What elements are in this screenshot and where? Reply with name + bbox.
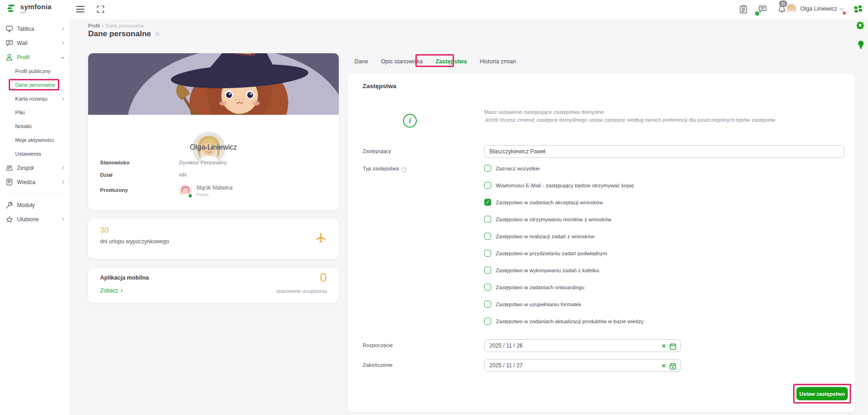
messages-icon[interactable]: ✓ [757, 4, 768, 15]
checkbox-label: Wiadomości E-Mail - zastępujący będzie o… [496, 183, 634, 188]
checkbox-checked[interactable]: ✓ [484, 199, 491, 206]
help-question-icon[interactable]: ? [401, 167, 407, 173]
checkbox-unchecked[interactable] [484, 318, 491, 325]
sidebar-label: Ulubione [17, 216, 57, 223]
clear-end-date-icon[interactable]: ✕ [661, 363, 666, 369]
knowledge-icon [6, 179, 13, 186]
user-name: Olga Liniewicz [800, 6, 837, 12]
substitution-type-checkbox-row[interactable]: Zastępstwo w wykonywaniu zadań z kafelka [484, 267, 644, 274]
tab-zastepstwa[interactable]: Zastępstwa [436, 57, 467, 66]
sidebar-item-ulubione[interactable]: Ulubione [0, 212, 69, 226]
sidebar-item-pliki[interactable]: Pliki [0, 106, 69, 119]
checkbox-label: Zastępstwo w realizacji zadań z wniosków [496, 234, 594, 239]
tasks-clipboard-icon[interactable] [738, 4, 749, 15]
checkbox-unchecked[interactable] [484, 165, 491, 172]
substitution-type-checkbox-row[interactable]: Wiadomości E-Mail - zastępujący będzie o… [484, 182, 644, 189]
sidebar-sub-label: Moje aktywności [15, 137, 54, 143]
substitution-type-checkbox-row[interactable]: ✓Zastępstwo w zadaniach akceptacji wnios… [484, 199, 644, 206]
wall-icon [6, 39, 13, 47]
substitution-type-label: Typ zastępstwa? [363, 166, 407, 173]
sidebar-item-zespol[interactable]: Zespół [0, 161, 69, 175]
checkbox-unchecked[interactable] [484, 267, 491, 274]
sidebar: Tablica Wall Profil Profil publiczny Dan… [0, 19, 70, 415]
sidebar-item-wall[interactable]: Wall [0, 36, 69, 50]
settings-gear-icon[interactable] [856, 21, 864, 29]
mobile-app-see-link[interactable]: Zobacz [100, 287, 122, 294]
apps-grid-icon[interactable] [852, 4, 863, 15]
sidebar-item-ustawienia[interactable]: Ustawienia [0, 147, 69, 161]
sidebar-label: Zespół [17, 165, 57, 171]
vacation-days-label: dni urlopu wypoczynkowego [100, 238, 169, 245]
checkbox-unchecked[interactable] [484, 284, 491, 291]
info-icon: i [403, 114, 417, 128]
checkbox-label: Zastępstwo w zadaniach aktualizacji prod… [496, 319, 644, 324]
idea-lightbulb-icon[interactable] [857, 40, 864, 49]
user-status-badge [842, 11, 846, 15]
tab-dane[interactable]: Dane [354, 57, 368, 66]
sidebar-item-profil[interactable]: Profil [0, 50, 69, 64]
department-label: Dział [100, 172, 179, 178]
mobile-app-card: Aplikacja mobilna Zobacz 0 sparowane urz… [88, 268, 339, 303]
breadcrumb-separator: > [101, 23, 104, 28]
top-bar: symfonia HR ✓ 35 [0, 0, 868, 19]
breadcrumb-root[interactable]: Profil [88, 23, 100, 28]
chevron-down-icon [61, 56, 64, 59]
tab-opis-stanowiska[interactable]: Opis stanowiska [381, 57, 423, 66]
sidebar-item-moduly[interactable]: Moduły [0, 198, 69, 212]
manager-role: Prezes [196, 192, 233, 197]
profile-name: Olga Liniewicz [88, 143, 339, 151]
sidebar-item-tablica[interactable]: Tablica [0, 22, 69, 36]
checkbox-unchecked[interactable] [484, 301, 491, 308]
profile-card: Olga Liniewicz Stanowisko Dyrektor Perso… [88, 53, 339, 210]
substitute-value: Błaszczykiewicz Paweł [489, 148, 545, 155]
substitution-type-checkbox-row[interactable]: Zastępstwo w zadaniach onboardingu [484, 284, 644, 291]
sidebar-item-dane-personalne[interactable]: Dane personalne [0, 78, 69, 92]
sidebar-item-karta-rozwoju[interactable]: Karta rozwoju [0, 92, 69, 106]
calendar-remove-icon[interactable] [670, 363, 676, 370]
substitution-type-checkbox-row[interactable]: Zastępstwo w otrzymywaniu monitów z wnio… [484, 216, 644, 223]
dashboard-icon [6, 25, 13, 33]
sidebar-sub-label: Pliki [15, 110, 25, 115]
sidebar-item-moje-aktywnosci[interactable]: Moje aktywności [0, 133, 69, 147]
menu-toggle-icon[interactable] [76, 6, 84, 12]
user-menu[interactable]: Olga Liniewicz [786, 3, 843, 14]
breadcrumb-current: Dane personalne [106, 23, 144, 28]
chevron-right-icon [61, 27, 64, 30]
substitution-type-checkbox-row[interactable]: Zastępstwo w przydzielaniu zadań podwład… [484, 250, 644, 257]
notifications-bell-icon[interactable]: 35 [776, 4, 787, 15]
clear-start-date-icon[interactable]: ✕ [661, 343, 666, 349]
favorite-star-icon[interactable]: ☆ [154, 30, 160, 38]
substitute-input[interactable]: Błaszczykiewicz Paweł [484, 145, 844, 158]
tab-historia-zmian[interactable]: Historia zmian [480, 57, 516, 66]
profile-banner-illustration [88, 53, 339, 115]
start-date-label: Rozpoczęcie [363, 342, 393, 348]
vacation-card: 30 dni urlopu wypoczynkowego [88, 219, 339, 259]
sidebar-item-wiedza[interactable]: Wiedza [0, 175, 69, 189]
breadcrumb: Profil > Dane personalne [88, 23, 144, 28]
substitution-type-checkbox-row[interactable]: Zastępstwo w uzupełnianiu formatek [484, 301, 644, 308]
fullscreen-icon[interactable] [95, 4, 106, 15]
calendar-icon[interactable] [670, 343, 676, 350]
substitution-type-checkbox-row[interactable]: Zaznacz wszystkie [484, 165, 644, 172]
position-value: Dyrektor Personalny [179, 160, 227, 165]
start-date-input[interactable]: 2025 / 11 / 26 ✕ [484, 339, 681, 352]
checkbox-unchecked[interactable] [484, 233, 491, 240]
mobile-app-title: Aplikacja mobilna [100, 275, 149, 281]
sidebar-item-notatki[interactable]: Notatki [0, 119, 69, 133]
info-line-1: Masz ustawione następujące zastępstwa do… [484, 108, 776, 116]
end-date-input[interactable]: 2025 / 11 / 27 ✕ [484, 359, 681, 372]
chevron-right-icon [61, 180, 64, 184]
set-substitution-button[interactable]: Ustaw zastępstwo [796, 387, 848, 400]
checkbox-unchecked[interactable] [484, 250, 491, 257]
substitution-type-checkbox-row[interactable]: Zastępstwo w zadaniach aktualizacji prod… [484, 318, 644, 325]
manager-name[interactable]: Mącik Malwina [196, 185, 233, 191]
page-title: Dane personalne ☆ [88, 29, 160, 39]
app-logo[interactable]: symfonia HR [6, 3, 51, 15]
manager-avatar [179, 185, 192, 197]
checkbox-label: Zastępstwo w otrzymywaniu monitów z wnio… [496, 217, 611, 222]
sidebar-item-profil-publiczny[interactable]: Profil publiczny [0, 64, 69, 78]
checkbox-unchecked[interactable] [484, 182, 491, 189]
modules-wrench-icon [6, 202, 13, 209]
checkbox-unchecked[interactable] [484, 216, 491, 223]
substitution-type-checkbox-row[interactable]: Zastępstwo w realizacji zadań z wniosków [484, 233, 644, 240]
